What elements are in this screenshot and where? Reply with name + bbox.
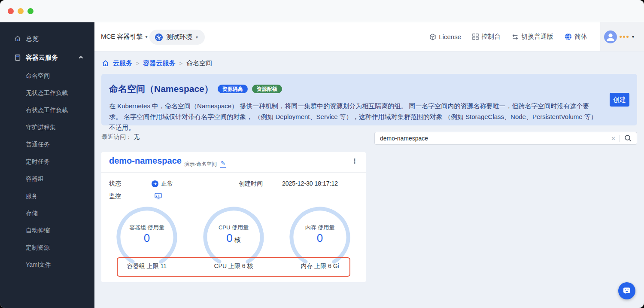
badge-resource-quota: 资源配额 [252,85,282,93]
sidebar-item-cronjob[interactable]: 定时任务 [26,157,50,166]
search-input[interactable] [375,135,608,142]
status-label: 状态 [109,180,121,188]
card-divider [101,172,366,173]
globe-icon [565,33,572,40]
sidebar-item-overview[interactable]: 总览 [0,33,94,45]
sidebar-item-autoscaling[interactable]: 自动伸缩 [26,226,50,235]
maximize-window-button[interactable] [27,8,33,14]
chevron-up-icon[interactable] [79,56,83,59]
breadcrumb-cloud-services[interactable]: 云服务 [113,59,132,67]
gauge-label: 内存 使用量 [288,224,352,232]
console-link[interactable]: 控制台 [472,33,501,41]
chevron-down-icon[interactable]: ▾ [632,35,634,39]
license-label: License [439,33,461,40]
top-navbar: MCE 容器引擎 ▾ 测试环境 ▾ [94,22,644,52]
sidebar-item-services[interactable]: 服务 [26,192,38,200]
sidebar-item-stateful-workload[interactable]: 有状态工作负载 [26,106,68,114]
minimize-window-button[interactable] [18,8,24,14]
product-switcher[interactable]: MCE 容器引擎 ▾ [101,33,148,41]
language-label: 简体 [574,33,587,41]
sidebar-item-namespace[interactable]: 命名空间 [26,71,50,80]
support-chat-button[interactable] [618,282,635,299]
sidebar-item-yaml[interactable]: Yaml文件 [26,260,51,269]
gauge-label: CPU 使用量 [201,224,266,232]
sidebar: 总览 容器云服务 命名空间 无状态工作负载 有状态工作负载 守护进程集 普通任务… [0,22,94,308]
environment-selector[interactable]: 测试环境 ▾ [149,30,205,45]
sidebar-item-daemonset[interactable]: 守护进程集 [26,123,56,131]
clear-search-icon[interactable]: ✕ [608,135,619,142]
sidebar-item-job[interactable]: 普通任务 [26,140,50,149]
breadcrumb-container-cloud[interactable]: 容器云服务 [143,59,176,67]
card-menu-kebab-icon[interactable]: ⋮ [350,157,359,165]
sidebar-item-custom-resources[interactable]: 定制资源 [26,243,50,252]
home-icon[interactable] [102,60,109,67]
switch-edition-label: 切换普通版 [521,33,553,41]
gauge-unit: 核 [234,236,241,243]
sidebar-item-label: 总览 [26,35,39,43]
breadcrumb-separator: > [136,60,140,67]
namespace-card: demo-namespace 演示-命名空间 ✎ ⋮ 状态 正常 创建时间 20… [101,152,366,282]
gauge-value: 0核 [201,232,266,245]
console-grid-icon [472,34,479,40]
gauge-label: 容器组 使用量 [115,224,179,232]
namespace-description: 在 Kubernetes 中，命名空间（Namespace） 提供一种机制，将同… [109,101,598,133]
home-icon [14,35,21,42]
breadcrumb: 云服务 > 容器云服务 > 命名空间 [102,59,212,67]
chat-smiley-icon [622,286,632,296]
user-panel: ▾ [600,22,644,51]
status-running-icon [152,180,158,187]
close-window-button[interactable] [8,8,14,14]
pods-limit: 容器组 上限 11 [127,262,167,270]
page-title: 命名空间（Namespace） [109,83,213,95]
window-titlebar [0,0,644,22]
sidebar-item-container-cloud[interactable]: 容器云服务 [0,52,94,64]
namespace-alias: 演示-命名空间 [184,161,217,168]
sidebar-item-storage[interactable]: 存储 [26,209,38,217]
edit-pencil-icon: ✎ [221,160,225,166]
created-value: 2025-12-30 18:17:12 [282,180,338,187]
user-menu-dots[interactable] [620,36,629,38]
sidebar-item-stateless-workload[interactable]: 无状态工作负载 [26,88,68,97]
avatar[interactable] [604,30,617,43]
breadcrumb-separator: > [179,60,183,67]
recent-visits-value: 无 [134,133,140,140]
recent-visits-label: 最近访问： [102,133,132,140]
license-cube-icon [429,34,436,40]
switch-edition-link[interactable]: 切换普通版 [512,33,553,41]
language-switcher[interactable]: 简体 [565,33,587,41]
breadcrumb-current: 命名空间 [186,59,212,67]
badge-resource-isolation: 资源隔离 [218,85,248,93]
created-label: 创建时间 [239,180,263,188]
namespace-info-banner: 命名空间（Namespace） 资源隔离 资源配额 在 Kubernetes 中… [101,74,637,125]
chevron-down-icon: ▾ [146,35,148,39]
cpu-limit: CPU 上限 6 核 [214,262,253,270]
app-window: 总览 容器云服务 命名空间 无状态工作负载 有状态工作负载 守护进程集 普通任务… [0,0,644,308]
recent-visits: 最近访问：无 [102,133,140,141]
search-icon[interactable] [620,134,637,142]
status-value: 正常 [161,180,173,188]
container-service-icon [14,54,21,61]
memory-limit: 内存 上限 6 Gi [301,262,339,270]
namespace-name-link[interactable]: demo-namespace [109,156,182,166]
environment-label: 测试环境 [167,33,192,41]
chevron-down-icon: ▾ [196,35,198,40]
kubernetes-icon [155,33,163,42]
sidebar-item-pods[interactable]: 容器组 [26,174,44,183]
gauge-value: 0 [115,232,179,245]
gauge-value: 0 [288,232,352,245]
product-label: MCE 容器引擎 [101,33,143,41]
console-label: 控制台 [481,33,501,41]
navbar-actions: License 控制台 切换普通版 [429,22,587,51]
swap-arrows-icon [512,34,519,40]
user-icon [604,30,617,43]
sidebar-item-label: 容器云服务 [26,54,58,62]
create-button[interactable]: 创建 [610,93,629,107]
namespace-search: ✕ [374,132,637,145]
license-link[interactable]: License [429,33,461,40]
monitoring-icon[interactable] [155,193,162,200]
edit-alias-button[interactable]: ✎ [220,159,226,168]
monitor-label: 监控 [109,192,121,200]
